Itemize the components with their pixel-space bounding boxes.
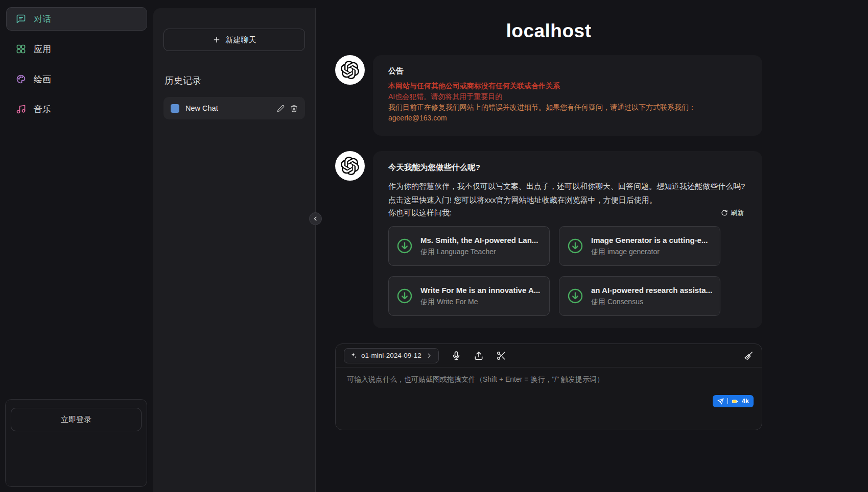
download-circle-icon bbox=[567, 287, 584, 305]
apps-grid-icon bbox=[16, 44, 26, 54]
send-button[interactable]: 4k bbox=[713, 395, 754, 407]
microphone-button[interactable] bbox=[451, 351, 461, 361]
welcome-body: 作为你的智慧伙伴，我不仅可以写文案、出点子，还可以和你聊天、回答问题。想知道我还… bbox=[388, 179, 747, 207]
scissors-icon bbox=[496, 351, 506, 361]
sidebar-nav: 对话 应用 绘画 音乐 bbox=[6, 7, 147, 121]
trash-icon bbox=[290, 105, 298, 112]
assistant-message-welcome: 今天我能为您做些什么呢? 作为你的智慧伙伴，我不仅可以写文案、出点子，还可以和你… bbox=[335, 151, 762, 328]
composer-body: 4k bbox=[336, 367, 762, 430]
model-name: o1-mini-2024-09-12 bbox=[361, 352, 421, 359]
download-circle-icon bbox=[396, 237, 413, 255]
sidebar: 对话 应用 绘画 音乐 立即登录 bbox=[0, 0, 153, 492]
scissors-button[interactable] bbox=[496, 351, 506, 361]
upload-button[interactable] bbox=[474, 351, 484, 361]
sidebar-item-apps[interactable]: 应用 bbox=[6, 37, 147, 61]
composer-toolbar: o1-mini-2024-09-12 bbox=[336, 344, 762, 367]
message-input[interactable] bbox=[346, 374, 752, 409]
model-selector[interactable]: o1-mini-2024-09-12 bbox=[344, 348, 439, 363]
suggestion-card[interactable]: Write For Me is an innovative A... 使用 Wr… bbox=[388, 276, 550, 316]
token-battery-icon bbox=[732, 398, 738, 405]
suggestion-card[interactable]: Image Generator is a cutting-e... 使用 ima… bbox=[559, 226, 720, 266]
chat-bubble-icon bbox=[16, 14, 26, 24]
sidebar-item-music[interactable]: 音乐 bbox=[6, 97, 147, 121]
chevron-left-icon bbox=[312, 215, 319, 222]
announcement-card: 公告 本网站与任何其他公司或商标没有任何关联或合作关系 AI也会犯错。请勿将其用… bbox=[373, 55, 762, 136]
announcement-line: 本网站与任何其他公司或商标没有任何关联或合作关系 bbox=[388, 81, 747, 91]
sidebar-item-label: 对话 bbox=[34, 13, 51, 25]
refresh-icon bbox=[721, 209, 728, 216]
login-button[interactable]: 立即登录 bbox=[11, 408, 142, 431]
collapse-sidebar-handle[interactable] bbox=[309, 212, 322, 225]
composer-panel: o1-mini-2024-09-12 bbox=[335, 343, 762, 430]
suggestion-subtitle: 使用 Write For Me bbox=[420, 298, 540, 307]
new-chat-button[interactable]: 新建聊天 bbox=[163, 29, 305, 51]
badge-divider bbox=[728, 398, 729, 404]
suggestion-title: Ms. Smith, the AI-powered Lan... bbox=[420, 236, 538, 244]
microphone-icon bbox=[451, 351, 461, 361]
suggestion-title: Image Generator is a cutting-e... bbox=[591, 236, 708, 244]
suggestion-subtitle: 使用 Language Teacher bbox=[420, 248, 538, 257]
announcement-title: 公告 bbox=[388, 66, 747, 76]
suggestion-grid: Ms. Smith, the AI-powered Lan... 使用 Lang… bbox=[388, 226, 747, 316]
ask-row: 你也可以这样问我: 刷新 bbox=[388, 208, 747, 218]
sparkle-icon bbox=[350, 352, 357, 359]
suggestion-subtitle: 使用 image generator bbox=[591, 248, 708, 257]
chevron-right-icon bbox=[426, 352, 433, 359]
suggestion-subtitle: 使用 Consensus bbox=[591, 298, 712, 307]
download-circle-icon bbox=[567, 237, 584, 255]
download-circle-icon bbox=[396, 287, 413, 305]
suggestion-card[interactable]: an AI-powered research assista... 使用 Con… bbox=[559, 276, 720, 316]
assistant-avatar bbox=[335, 151, 365, 181]
announcement-line: AI也会犯错。请勿将其用于重要目的 bbox=[388, 91, 747, 102]
clear-context-button[interactable] bbox=[743, 351, 754, 361]
welcome-title: 今天我能为您做些什么呢? bbox=[388, 162, 747, 173]
pencil-icon bbox=[277, 105, 285, 112]
sidebar-item-chat[interactable]: 对话 bbox=[6, 7, 147, 31]
ask-line: 你也可以这样问我: bbox=[388, 208, 452, 218]
token-count: 4k bbox=[742, 398, 749, 405]
plus-icon bbox=[213, 36, 221, 44]
app-window: 对话 应用 绘画 音乐 立即登录 bbox=[0, 0, 868, 492]
sidebar-item-label: 绘画 bbox=[34, 73, 51, 85]
welcome-card: 今天我能为您做些什么呢? 作为你的智慧伙伴，我不仅可以写文案、出点子，还可以和你… bbox=[373, 151, 762, 328]
upload-icon bbox=[474, 351, 484, 361]
main-chat-area: localhost 公告 本网站与任何其他公司或商标没有任何关联或合作关系 AI… bbox=[316, 0, 868, 492]
broom-icon bbox=[743, 351, 754, 361]
suggestion-title: an AI-powered research assista... bbox=[591, 286, 712, 294]
refresh-suggestions-button[interactable]: 刷新 bbox=[718, 208, 747, 218]
openai-logo-icon bbox=[341, 61, 359, 79]
chat-avatar-icon bbox=[171, 104, 179, 113]
sidebar-item-paint[interactable]: 绘画 bbox=[6, 67, 147, 91]
edit-chat-button[interactable] bbox=[277, 105, 285, 112]
suggestion-title: Write For Me is an innovative A... bbox=[420, 286, 540, 294]
new-chat-label: 新建聊天 bbox=[226, 35, 256, 45]
announcement-line: 我们目前正在修复我们网站上的错误并改进细节。如果您有任何疑问，请通过以下方式联系… bbox=[388, 102, 747, 113]
palette-icon bbox=[16, 74, 26, 84]
contact-email-link[interactable]: ageerle@163.com bbox=[388, 114, 447, 122]
chat-list-panel: 新建聊天 历史记录 New Chat bbox=[153, 8, 316, 492]
history-title: 历史记录 bbox=[165, 75, 305, 87]
sidebar-item-label: 应用 bbox=[34, 43, 51, 55]
chat-item-title: New Chat bbox=[185, 104, 271, 112]
chat-list-item[interactable]: New Chat bbox=[163, 97, 305, 119]
suggestion-card[interactable]: Ms. Smith, the AI-powered Lan... 使用 Lang… bbox=[388, 226, 550, 266]
sidebar-item-label: 音乐 bbox=[34, 104, 51, 115]
delete-chat-button[interactable] bbox=[290, 105, 298, 112]
openai-logo-icon bbox=[341, 157, 359, 175]
chat-item-actions bbox=[277, 105, 298, 112]
music-note-icon bbox=[16, 104, 26, 114]
refresh-label: 刷新 bbox=[731, 208, 744, 217]
page-title: localhost bbox=[335, 20, 762, 42]
assistant-avatar bbox=[335, 55, 365, 85]
send-plane-icon bbox=[717, 398, 724, 405]
assistant-message-announcement: 公告 本网站与任何其他公司或商标没有任何关联或合作关系 AI也会犯错。请勿将其用… bbox=[335, 55, 762, 136]
login-panel: 立即登录 bbox=[5, 399, 147, 487]
